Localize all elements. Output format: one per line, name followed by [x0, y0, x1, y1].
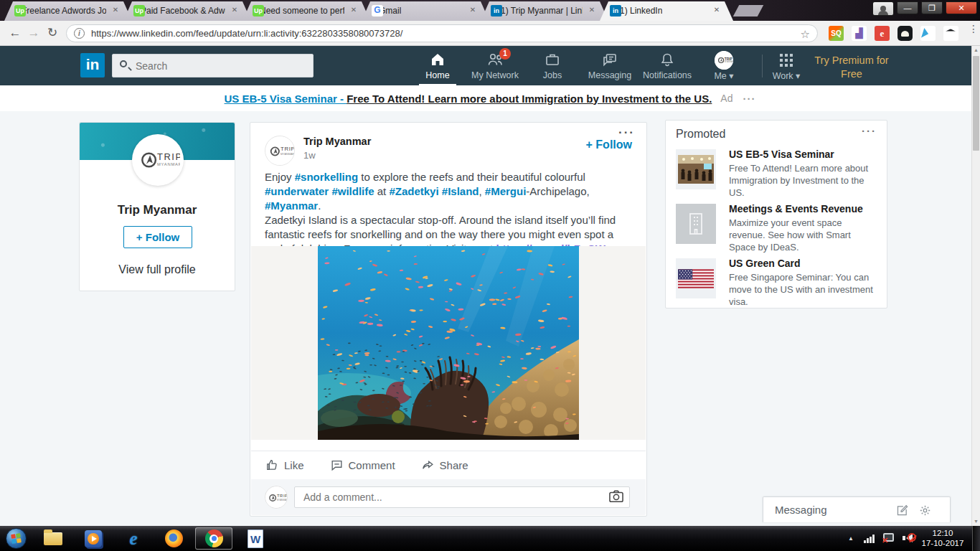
tray-hidden-icons-arrow[interactable]: ▲ — [848, 535, 854, 542]
promoted-item-title[interactable]: Meetings & Events Revenue — [729, 202, 878, 215]
tab-close-icon[interactable]: ✕ — [587, 5, 597, 15]
promoted-item-eb5[interactable]: US EB-5 Visa Seminar Free To Attend! Lea… — [676, 148, 878, 192]
page-info-icon[interactable]: i — [74, 28, 85, 39]
address-bar[interactable]: i https://www.linkedin.com/feed/update/u… — [66, 24, 818, 42]
tab-freelance-adwords[interactable]: Up Freelance Adwords Jobs ✕ — [4, 1, 132, 21]
nav-messaging[interactable]: Messaging — [581, 51, 639, 80]
media-player-icon — [85, 530, 102, 547]
taskbar-ie-button[interactable]: e — [115, 527, 152, 550]
start-button[interactable] — [6, 528, 27, 549]
nav-jobs[interactable]: Jobs — [524, 51, 581, 80]
chat-icon — [601, 51, 618, 68]
post-author-name[interactable]: Trip Myanmar — [303, 136, 371, 147]
tab-gmail[interactable]: G Gmail ✕ — [362, 1, 489, 21]
bird-extension-icon[interactable] — [920, 26, 936, 41]
ad-options-icon[interactable]: ··· — [743, 93, 755, 105]
reef-photo[interactable] — [318, 246, 579, 440]
page-scrollbar[interactable]: ▲ ▼ — [971, 46, 980, 526]
home-icon — [429, 51, 446, 68]
search-box[interactable] — [112, 54, 314, 77]
tab-close-icon[interactable]: ✕ — [230, 5, 240, 15]
reload-button[interactable]: ↻ — [43, 24, 62, 42]
close-button[interactable]: ✕ — [946, 1, 977, 14]
hashtag-link[interactable]: #Mergui — [485, 185, 527, 197]
promoted-item-meetings[interactable]: Meetings & Events Revenue Maximize your … — [676, 202, 878, 247]
hashtag-link[interactable]: #Zadetkyi — [389, 185, 438, 197]
post-text-segment: at — [374, 185, 390, 197]
share-button[interactable]: Share — [421, 458, 468, 472]
profile-name[interactable]: Trip Myanmar — [80, 203, 235, 217]
browser-profile-button[interactable] — [872, 1, 894, 16]
tab-linkedin-active[interactable]: in (1) LinkedIn ✕ — [600, 1, 733, 21]
hashtag-link[interactable]: #Island — [442, 185, 479, 197]
browser-menu-icon[interactable]: ⋮ — [969, 27, 974, 31]
tab-need-someone[interactable]: Up Need someone to perfor ✕ — [242, 1, 370, 21]
hashtag-link[interactable]: #wildlife — [331, 185, 374, 197]
taskbar-clock[interactable]: 12:10 17-10-2017 — [915, 529, 970, 548]
promoted-item-title[interactable]: US Green Card — [729, 257, 878, 270]
comment-button[interactable]: Comment — [330, 458, 395, 472]
minimize-button[interactable]: — — [897, 1, 918, 14]
tab-close-icon[interactable]: ✕ — [349, 5, 359, 15]
tab-close-icon[interactable]: ✕ — [468, 5, 478, 15]
promoted-item-greencard[interactable]: US Green Card Free Singapore Seminar: Yo… — [676, 257, 878, 301]
like-icon — [265, 458, 279, 472]
comment-input[interactable] — [294, 486, 630, 508]
post-author-avatar[interactable]: TRIPMYANMAR — [265, 136, 295, 166]
signal-strength-icon[interactable] — [864, 534, 875, 543]
hashtag-link[interactable]: #snorkelling — [295, 171, 358, 183]
hootsuite-extension-icon[interactable] — [897, 26, 913, 41]
nav-home[interactable]: Home — [409, 51, 466, 80]
screen: Up Freelance Adwords Jobs ✕ Up Paid Face… — [0, 0, 980, 551]
tab-close-icon[interactable]: ✕ — [110, 5, 121, 15]
taskbar-explorer-button[interactable] — [34, 527, 72, 550]
scroll-down-arrow[interactable]: ▼ — [972, 517, 980, 526]
tab-close-icon[interactable]: ✕ — [712, 5, 722, 15]
forward-button[interactable]: → — [24, 24, 43, 42]
taskbar-media-player-button[interactable] — [75, 527, 112, 550]
nav-notifications[interactable]: Notifications — [639, 51, 696, 80]
tab-trip-myanmar[interactable]: in (1) Trip Myanmar | Linked ✕ — [481, 1, 608, 21]
post-follow-button[interactable]: + Follow — [586, 138, 632, 151]
messaging-overlay-bar[interactable]: Messaging — [763, 496, 951, 522]
new-tab-button[interactable] — [733, 5, 764, 17]
view-full-profile-link[interactable]: View full profile — [80, 263, 235, 276]
banner-ad-text[interactable]: Free To Attend! Learn more about Immigra… — [347, 93, 712, 105]
banner-ad-link[interactable]: US EB-5 Visa Seminar - — [225, 93, 347, 105]
scrollbar-thumb[interactable] — [973, 56, 979, 151]
stats-extension-icon[interactable]: ▟ — [852, 26, 867, 41]
scroll-up-arrow[interactable]: ▲ — [972, 46, 980, 55]
show-desktop-button[interactable] — [972, 526, 980, 551]
promoted-item-title[interactable]: US EB-5 Visa Seminar — [729, 148, 878, 161]
like-button[interactable]: Like — [265, 458, 304, 472]
back-button[interactable]: ← — [6, 24, 24, 42]
promoted-options-icon[interactable]: ··· — [862, 125, 877, 137]
plus-icon: + — [586, 138, 593, 151]
tab-paid-facebook[interactable]: Up Paid Facebook & Adwor ✕ — [123, 1, 251, 21]
settings-gear-icon[interactable] — [919, 504, 931, 517]
search-input[interactable] — [134, 55, 306, 77]
taskbar-word-button[interactable]: W — [237, 527, 274, 550]
hashtag-link[interactable]: #underwater — [265, 185, 329, 197]
maximize-button[interactable]: ❐ — [921, 1, 943, 14]
camera-icon[interactable] — [608, 489, 624, 503]
volume-muted-icon[interactable] — [906, 534, 913, 542]
nav-me[interactable]: TRIPMYANMAR Me ▾ — [695, 51, 753, 81]
seoquake-extension-icon[interactable]: SQ — [829, 26, 844, 41]
linkedin-logo[interactable]: in — [80, 53, 105, 77]
seminar-photo-thumb — [676, 149, 716, 189]
bell-icon — [659, 51, 676, 68]
post-options-icon[interactable]: ··· — [618, 126, 635, 140]
bookmark-star-icon[interactable]: ☆ — [801, 26, 810, 42]
profile-logo[interactable]: TRIPMYANMAR — [132, 134, 184, 186]
taskbar-chrome-button[interactable] — [195, 527, 232, 550]
buffer-extension-icon[interactable] — [943, 26, 958, 41]
embed-extension-icon[interactable]: e — [875, 26, 890, 41]
taskbar-firefox-button[interactable] — [155, 527, 192, 550]
hashtag-link[interactable]: #Myanmar — [265, 199, 318, 212]
try-premium-link[interactable]: Try Premium for Free — [804, 54, 900, 81]
profile-follow-button[interactable]: + Follow — [123, 226, 192, 248]
compose-icon[interactable] — [896, 504, 908, 517]
network-disconnected-icon[interactable] — [883, 533, 894, 542]
nav-my-network[interactable]: 1 My Network — [466, 51, 524, 80]
